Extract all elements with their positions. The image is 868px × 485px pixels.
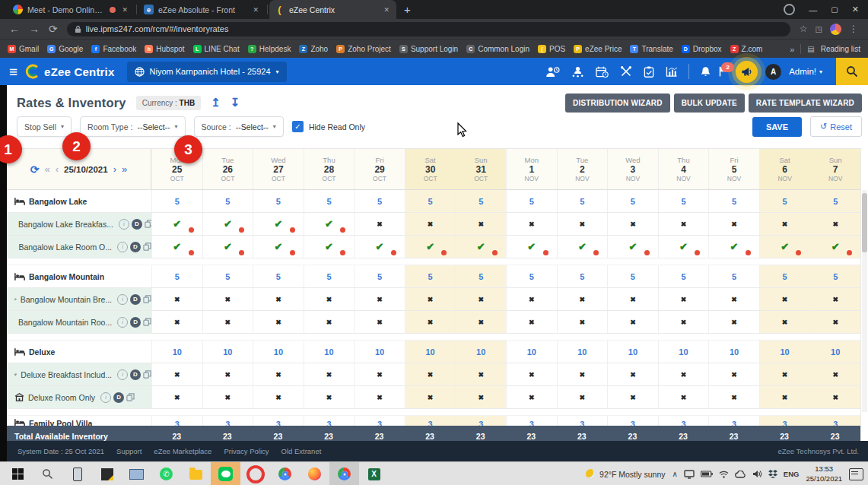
day-column-header[interactable]: Wed3NOV [607,149,658,189]
day-cell[interactable]: ✖ [253,288,304,310]
day-cell[interactable]: ✖ [607,311,658,333]
inventory-count[interactable]: 3 [681,420,685,426]
rate-plan-label-cell[interactable]: Bangalow Mountain Roo...iD [7,311,151,333]
inventory-count[interactable]: 5 [175,272,180,281]
day-cell[interactable]: ✖ [202,311,253,333]
day-column-header[interactable]: Mon1NOV [506,149,557,189]
day-cell[interactable]: ✖ [253,363,304,385]
inventory-count[interactable]: 3 [783,420,787,426]
day-cell[interactable]: ✖ [506,311,557,333]
inventory-count[interactable]: 10 [173,347,182,357]
inventory-count[interactable]: 3 [580,420,584,426]
excel-icon[interactable]: X [359,462,389,485]
tray-expand-icon[interactable]: ∧ [672,470,678,478]
info-icon[interactable]: i [117,317,128,328]
bookmark-item[interactable]: CCommon Login [466,45,529,53]
bookmark-item[interactable]: ?Helpdesk [248,45,291,53]
inventory-count[interactable]: 3 [225,420,230,426]
inventory-count[interactable]: 3 [833,420,838,426]
dark-app-icon[interactable] [92,462,122,485]
day-cell[interactable]: 5 [607,190,658,212]
day-cell[interactable]: ✖ [202,386,253,408]
day-cell[interactable]: ✖ [557,311,608,333]
day-cell[interactable]: ✖ [557,386,608,408]
day-cell[interactable]: ✖ [151,363,202,385]
day-cell[interactable]: ✔ [557,236,608,258]
inventory-count[interactable]: 10 [730,347,739,357]
day-cell[interactable]: ✖ [354,311,405,333]
stop-sell-dropdown[interactable]: Stop Sell▾ [17,116,72,137]
day-cell[interactable]: 3 [253,416,304,426]
close-tab-icon[interactable]: ✕ [382,6,391,14]
chrome-icon[interactable] [270,462,300,485]
day-cell[interactable]: ✖ [455,363,506,385]
day-cell[interactable]: 3 [658,416,709,426]
day-cell[interactable]: 5 [557,265,608,287]
day-cell[interactable]: 10 [202,341,253,363]
day-cell[interactable]: ✖ [658,311,709,333]
bookmark-item[interactable]: PZoho Project [336,45,391,53]
inventory-count[interactable]: 3 [326,420,331,426]
inventory-count[interactable]: 3 [631,420,635,426]
day-cell[interactable]: ✖ [405,288,456,310]
whatsapp-icon[interactable]: ✆ [151,462,181,485]
day-cell[interactable]: ✖ [202,288,253,310]
day-cell[interactable]: 10 [607,341,658,363]
footer-link[interactable]: Support [116,447,141,455]
footer-link[interactable]: Privacy Policy [224,447,269,455]
day-cell[interactable]: ✔ [607,236,658,258]
inventory-count[interactable]: 3 [377,420,382,426]
pull-rates-icon[interactable]: ↧ [231,96,240,109]
day-cell[interactable]: ✖ [405,213,456,235]
inventory-count[interactable]: 5 [479,272,483,281]
day-cell[interactable]: ✖ [253,311,304,333]
day-cell[interactable]: ✖ [405,363,456,385]
day-cell[interactable]: 5 [658,265,709,287]
bookmark-item[interactable]: SSupport Login [399,45,458,53]
day-column-header[interactable]: Sat6NOV [759,149,810,189]
day-cell[interactable]: ✖ [809,311,860,333]
firefox-icon[interactable] [300,462,329,485]
day-cell[interactable]: ✖ [708,288,759,310]
day-cell[interactable]: 5 [455,190,506,212]
day-cell[interactable]: 5 [506,190,557,212]
rate-plan-label-cell[interactable]: Bangalow Mountain Bre...iD [7,288,151,310]
day-cell[interactable]: 5 [354,190,405,212]
day-cell[interactable]: ✖ [151,386,202,408]
wizard-button[interactable]: BULK UPDATE [674,94,745,113]
day-cell[interactable]: ✖ [557,213,608,235]
day-cell[interactable]: 10 [759,341,810,363]
day-cell[interactable]: 5 [202,265,253,287]
copy-icon[interactable] [143,295,151,303]
inventory-count[interactable]: 5 [681,272,685,281]
bookmark-item[interactable]: fFacebook [91,45,136,53]
day-cell[interactable]: ✖ [455,386,506,408]
day-cell[interactable]: 10 [658,341,709,363]
table-scrollbar[interactable] [862,190,867,412]
new-tab-button[interactable]: + [404,3,411,16]
day-cell[interactable]: ✖ [708,311,759,333]
inventory-count[interactable]: 10 [324,347,333,357]
day-cell[interactable]: 5 [658,190,709,212]
inventory-count[interactable]: 3 [732,420,736,426]
footer-link[interactable]: eZee Marketplace [154,447,211,455]
day-cell[interactable]: ✔ [253,213,304,235]
volume-icon[interactable] [752,470,762,478]
day-cell[interactable]: ✖ [658,363,709,385]
inventory-count[interactable]: 5 [631,272,635,281]
day-cell[interactable]: 10 [253,341,304,363]
property-selector[interactable]: Niyom Karnpanich Hotel - 25924 ▾ [127,62,287,82]
day-cell[interactable]: 5 [304,190,355,212]
day-cell[interactable]: ✔ [658,236,709,258]
inventory-count[interactable]: 5 [732,272,736,281]
reload-icon[interactable]: ⟳ [49,24,58,34]
bookmark-item[interactable]: TTranslate [630,45,672,53]
opera-icon[interactable] [240,462,270,485]
maximize-button[interactable]: ▢ [831,5,838,14]
browser-tab[interactable]: (eZee Centrix✕ [269,0,396,19]
day-cell[interactable]: ✔ [809,236,860,258]
day-cell[interactable]: 5 [151,190,202,212]
battery-icon[interactable] [701,471,713,477]
day-cell[interactable]: 3 [506,416,557,426]
browser-menu-icon[interactable]: ⋮ [849,24,859,34]
